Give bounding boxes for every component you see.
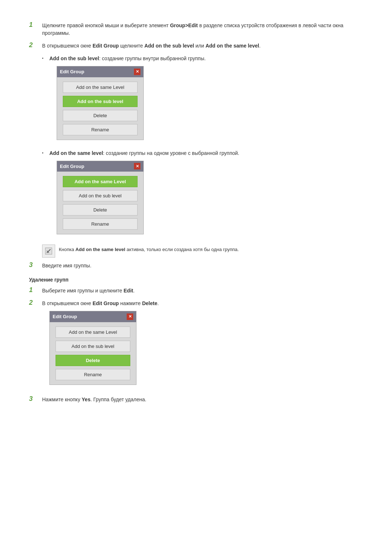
dialog-wrapper-2: Edit Group ✕ Add on the same Level Add o… — [57, 161, 363, 235]
add-same-level-btn-2[interactable]: Add on the same Level — [63, 176, 138, 187]
note-box: Кнопка Add on the same level активна, то… — [42, 245, 363, 258]
pencil-icon — [45, 247, 53, 255]
dialog-title-1: Edit Group — [60, 68, 84, 75]
dialog-title-3: Edit Group — [53, 313, 77, 320]
step-number-2: 2 — [29, 41, 42, 49]
step-2: 2 В открывшемся окне Edit Group щелкните… — [29, 42, 363, 50]
dialog-title-2: Edit Group — [60, 163, 84, 170]
delete-step-1-text: Выберите имя группы и щелкните Edit. — [42, 287, 363, 295]
dialog-wrapper-1: Edit Group ✕ Add on the same Level Add o… — [57, 66, 363, 140]
add-sub-level-btn-2[interactable]: Add on the sub level — [63, 190, 138, 201]
delete-step-number-1: 1 — [29, 286, 42, 294]
edit-group-dialog-1: Edit Group ✕ Add on the same Level Add o… — [57, 66, 144, 140]
page-content: 1 Щелкните правой кнопкой мыши и выберит… — [29, 22, 363, 403]
bullet-dot-2: • — [42, 151, 49, 155]
dialog-close-1[interactable]: ✕ — [134, 69, 140, 75]
bullet-dot-1: • — [42, 56, 49, 60]
add-same-level-btn-3[interactable]: Add on the same Level — [56, 327, 130, 338]
step-3-text: Введите имя группы. — [42, 262, 363, 270]
delete-step-number-3: 3 — [29, 395, 42, 403]
step-3: 3 Введите имя группы. — [29, 262, 363, 270]
add-sub-level-btn-3[interactable]: Add on the sub level — [56, 341, 130, 352]
delete-step-2-text: В открывшемся окне Edit Group нажмите De… — [42, 300, 363, 391]
note-text: Кнопка Add on the same level активна, то… — [59, 245, 239, 253]
delete-btn-1[interactable]: Delete — [63, 110, 138, 121]
delete-btn-2[interactable]: Delete — [63, 204, 138, 216]
dialog-titlebar-2: Edit Group ✕ — [57, 161, 143, 172]
step-number-1: 1 — [29, 21, 42, 29]
step-1-text: Щелкните правой кнопкой мыши и выберите … — [42, 22, 363, 37]
delete-step-2: 2 В открывшемся окне Edit Group нажмите … — [29, 300, 363, 391]
section-heading-delete: Удаление групп — [29, 277, 363, 283]
delete-steps: 1 Выберите имя группы и щелкните Edit. 2… — [29, 287, 363, 403]
delete-step-3: 3 Нажмите кнопку Yes. Группа будет удале… — [29, 396, 363, 403]
delete-step-3-text: Нажмите кнопку Yes. Группа будет удалена… — [42, 396, 363, 403]
bullet-text-2: Add on the same level: создание группы н… — [49, 149, 363, 241]
add-sub-level-btn-1[interactable]: Add on the sub level — [63, 96, 138, 107]
rename-btn-2[interactable]: Rename — [63, 218, 138, 230]
note-icon — [42, 245, 55, 258]
delete-step-number-2: 2 — [29, 299, 42, 307]
dialog-wrapper-3: Edit Group ✕ Add on the same Level Add o… — [49, 311, 363, 385]
step-number-3: 3 — [29, 261, 42, 269]
bullet-text-1: Add on the sub level: создание группы вн… — [49, 55, 363, 146]
add-same-level-btn-1[interactable]: Add on the same Level — [63, 82, 138, 93]
dialog-body-2: Add on the same Level Add on the sub lev… — [57, 172, 143, 234]
bullet-item-sub-level: • Add on the sub level: создание группы … — [42, 55, 363, 146]
edit-group-dialog-3: Edit Group ✕ Add on the same Level Add o… — [49, 311, 136, 385]
delete-step-1: 1 Выберите имя группы и щелкните Edit. — [29, 287, 363, 295]
step-1: 1 Щелкните правой кнопкой мыши и выберит… — [29, 22, 363, 37]
rename-btn-3[interactable]: Rename — [56, 369, 130, 380]
bullet-item-same-level: • Add on the same level: создание группы… — [42, 149, 363, 241]
dialog-close-3[interactable]: ✕ — [127, 313, 133, 320]
dialog-close-2[interactable]: ✕ — [134, 163, 140, 169]
bullet-list: • Add on the sub level: создание группы … — [42, 55, 363, 240]
dialog-titlebar-1: Edit Group ✕ — [57, 66, 143, 77]
delete-btn-3[interactable]: Delete — [56, 355, 130, 366]
dialog-body-3: Add on the same Level Add on the sub lev… — [50, 322, 136, 385]
dialog-titlebar-3: Edit Group ✕ — [50, 311, 136, 322]
edit-group-dialog-2: Edit Group ✕ Add on the same Level Add o… — [57, 161, 144, 235]
dialog-body-1: Add on the same Level Add on the sub lev… — [57, 77, 143, 140]
step-2-text: В открывшемся окне Edit Group щелкните A… — [42, 42, 363, 50]
rename-btn-1[interactable]: Rename — [63, 124, 138, 135]
